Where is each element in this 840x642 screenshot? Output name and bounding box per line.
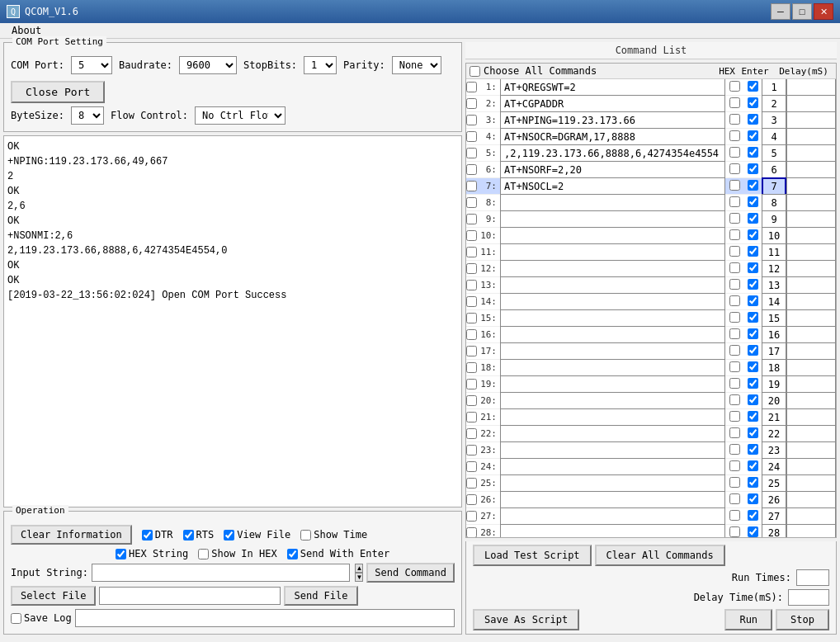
cmd-text-input-18[interactable] bbox=[500, 359, 725, 377]
cmd-delay-input-18[interactable] bbox=[786, 359, 836, 377]
stopbits-select[interactable]: 11.52 bbox=[304, 56, 337, 74]
cmd-hex-checkbox-22[interactable] bbox=[729, 427, 740, 438]
cmd-checkbox-23[interactable] bbox=[466, 445, 477, 456]
baudrate-select[interactable]: 9600192003840057600115200 bbox=[179, 56, 237, 74]
cmd-delay-input-16[interactable] bbox=[786, 326, 836, 344]
cmd-enter-val-9[interactable] bbox=[762, 210, 786, 229]
cmd-text-input-20[interactable] bbox=[500, 392, 725, 410]
run-times-input[interactable]: 10 bbox=[796, 569, 829, 586]
cmd-delay-input-17[interactable] bbox=[786, 342, 836, 361]
log-path-input[interactable]: E:\lot\NB_Dongle\01 Software\工具\QCOM_V1.… bbox=[75, 609, 455, 627]
cmd-text-input-17[interactable] bbox=[500, 342, 725, 361]
cmd-checkbox-3[interactable] bbox=[466, 115, 477, 125]
cmd-enter-checkbox-26[interactable] bbox=[748, 493, 758, 504]
cmd-hex-checkbox-21[interactable] bbox=[729, 411, 740, 422]
save-log-checkbox[interactable] bbox=[11, 613, 21, 624]
show-time-checkbox[interactable] bbox=[300, 530, 311, 541]
cmd-hex-checkbox-10[interactable] bbox=[729, 229, 740, 240]
cmd-enter-val-7[interactable] bbox=[762, 177, 786, 196]
cmd-text-input-1[interactable] bbox=[500, 79, 725, 97]
cmd-enter-val-27[interactable] bbox=[762, 507, 786, 526]
load-test-script-button[interactable]: Load Test Script bbox=[473, 545, 592, 566]
cmd-delay-input-3[interactable] bbox=[786, 111, 836, 130]
cmd-enter-checkbox-1[interactable] bbox=[748, 81, 758, 92]
save-as-script-button[interactable]: Save As Script bbox=[473, 609, 579, 630]
cmd-checkbox-16[interactable] bbox=[466, 329, 477, 340]
cmd-hex-checkbox-27[interactable] bbox=[729, 510, 740, 521]
cmd-hex-checkbox-24[interactable] bbox=[729, 460, 740, 471]
cmd-enter-val-26[interactable] bbox=[762, 491, 786, 509]
send-with-enter-checkbox[interactable] bbox=[287, 549, 298, 559]
cmd-checkbox-28[interactable] bbox=[466, 527, 477, 537]
cmd-enter-checkbox-7[interactable] bbox=[748, 180, 758, 191]
cmd-enter-checkbox-25[interactable] bbox=[748, 477, 758, 488]
select-file-button[interactable]: Select File bbox=[11, 586, 96, 606]
cmd-checkbox-17[interactable] bbox=[466, 346, 477, 356]
cmd-hex-checkbox-9[interactable] bbox=[729, 213, 740, 224]
cmd-checkbox-9[interactable] bbox=[466, 214, 477, 224]
cmd-enter-checkbox-19[interactable] bbox=[748, 378, 758, 389]
cmd-text-input-3[interactable] bbox=[500, 111, 725, 130]
cmd-delay-input-10[interactable] bbox=[786, 227, 836, 245]
cmd-enter-checkbox-27[interactable] bbox=[748, 510, 758, 521]
run-button[interactable]: Run bbox=[724, 609, 772, 630]
cmd-enter-checkbox-23[interactable] bbox=[748, 444, 758, 455]
input-string-field[interactable] bbox=[92, 564, 350, 582]
close-button[interactable]: ✕ bbox=[814, 3, 833, 20]
cmd-delay-input-22[interactable] bbox=[786, 425, 836, 443]
cmd-text-input-16[interactable] bbox=[500, 326, 725, 344]
cmd-hex-checkbox-16[interactable] bbox=[729, 328, 740, 339]
cmd-text-input-25[interactable] bbox=[500, 474, 725, 493]
cmd-checkbox-8[interactable] bbox=[466, 197, 477, 208]
show-in-hex-checkbox-label[interactable]: Show In HEX bbox=[198, 548, 276, 559]
cmd-enter-checkbox-11[interactable] bbox=[748, 246, 758, 257]
cmd-text-input-26[interactable] bbox=[500, 491, 725, 509]
cmd-enter-val-5[interactable] bbox=[762, 144, 786, 163]
cmd-delay-input-23[interactable] bbox=[786, 441, 836, 460]
cmd-delay-input-1[interactable] bbox=[786, 79, 836, 97]
cmd-hex-checkbox-11[interactable] bbox=[729, 246, 740, 257]
cmd-checkbox-10[interactable] bbox=[466, 230, 477, 241]
cmd-text-input-5[interactable] bbox=[500, 144, 725, 163]
send-file-button[interactable]: Send File bbox=[284, 586, 357, 606]
cmd-text-input-15[interactable] bbox=[500, 309, 725, 328]
cmd-delay-input-28[interactable] bbox=[786, 524, 836, 538]
cmd-hex-checkbox-25[interactable] bbox=[729, 477, 740, 488]
hex-string-checkbox[interactable] bbox=[116, 549, 126, 559]
cmd-delay-input-20[interactable] bbox=[786, 392, 836, 410]
cmd-enter-checkbox-22[interactable] bbox=[748, 427, 758, 438]
parity-select[interactable]: NoneEvenOdd bbox=[392, 56, 441, 74]
close-port-button[interactable]: Close Port bbox=[11, 81, 105, 103]
cmd-enter-checkbox-2[interactable] bbox=[748, 97, 758, 108]
cmd-enter-checkbox-4[interactable] bbox=[748, 130, 758, 141]
cmd-enter-val-23[interactable] bbox=[762, 441, 786, 460]
cmd-delay-input-11[interactable] bbox=[786, 243, 836, 262]
cmd-hex-checkbox-5[interactable] bbox=[729, 147, 740, 158]
cmd-enter-val-25[interactable] bbox=[762, 474, 786, 493]
cmd-hex-checkbox-13[interactable] bbox=[729, 279, 740, 290]
cmd-checkbox-13[interactable] bbox=[466, 280, 477, 290]
cmd-checkbox-25[interactable] bbox=[466, 478, 477, 489]
cmd-enter-checkbox-6[interactable] bbox=[748, 163, 758, 174]
cmd-checkbox-12[interactable] bbox=[466, 263, 477, 274]
cmd-enter-val-3[interactable] bbox=[762, 111, 786, 130]
cmd-enter-val-10[interactable] bbox=[762, 227, 786, 245]
dtr-checkbox[interactable] bbox=[142, 530, 153, 541]
cmd-enter-checkbox-14[interactable] bbox=[748, 295, 758, 306]
cmd-checkbox-4[interactable] bbox=[466, 131, 477, 142]
cmd-delay-input-5[interactable] bbox=[786, 144, 836, 163]
flow-control-select[interactable]: No Ctrl FlowXon/XoffHardware bbox=[195, 106, 286, 125]
cmd-hex-checkbox-23[interactable] bbox=[729, 444, 740, 455]
cmd-checkbox-2[interactable] bbox=[466, 98, 477, 109]
cmd-text-input-4[interactable] bbox=[500, 128, 725, 146]
cmd-enter-checkbox-20[interactable] bbox=[748, 394, 758, 405]
cmd-checkbox-6[interactable] bbox=[466, 164, 477, 175]
cmd-enter-checkbox-18[interactable] bbox=[748, 361, 758, 372]
cmd-hex-checkbox-15[interactable] bbox=[729, 312, 740, 323]
cmd-hex-checkbox-20[interactable] bbox=[729, 394, 740, 405]
cmd-enter-val-4[interactable] bbox=[762, 128, 786, 146]
cmd-delay-input-21[interactable] bbox=[786, 408, 836, 427]
cmd-checkbox-21[interactable] bbox=[466, 412, 477, 422]
cmd-text-input-7[interactable] bbox=[500, 177, 725, 196]
hex-string-checkbox-label[interactable]: HEX String bbox=[116, 548, 188, 559]
